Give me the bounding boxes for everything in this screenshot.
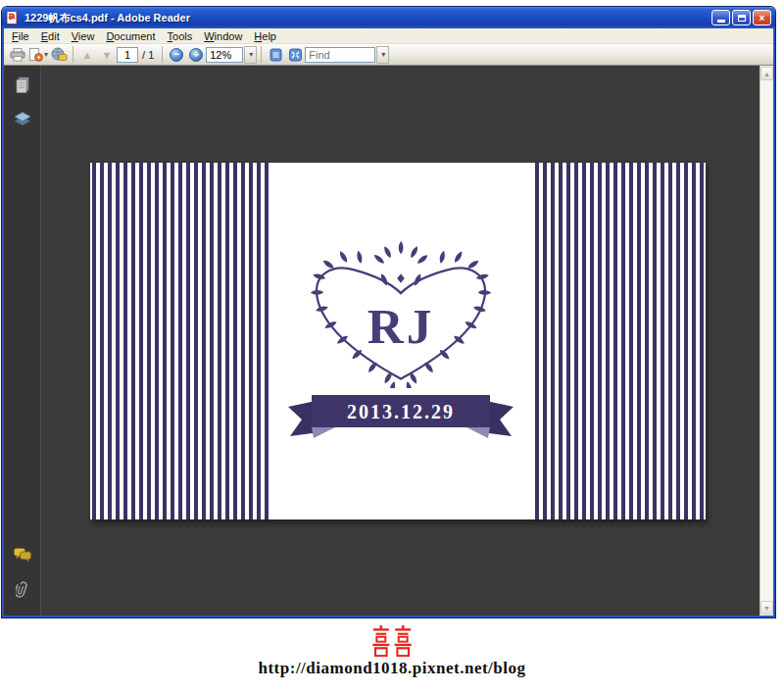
next-page-button[interactable]: ▼ [97,45,117,65]
page-center: RJ 2013.12.29 [269,163,533,519]
minimize-button[interactable] [711,10,730,25]
pages-icon [15,76,30,94]
find-dropdown-button[interactable]: ▾ [376,46,389,64]
adobe-reader-window: 1229帆布cs4.pdf - Adobe Reader × File Edit… [2,7,775,618]
page-number-input[interactable] [117,47,138,63]
footer: http://diamond1018.pixnet.net/blog [0,625,784,678]
right-stripe-band [533,163,706,519]
menu-document[interactable]: Document [100,29,161,43]
pages-panel-tab[interactable] [11,74,34,97]
window-body: File Edit View Document Tools Window Hel… [2,28,775,618]
main-content: RJ 2013.12.29 [4,66,773,616]
ribbon-right-fold [466,427,490,438]
printer-icon [10,48,25,62]
collaborate-icon [51,47,68,62]
export-dropdown-icon[interactable]: ▾ [44,50,48,59]
previous-page-button[interactable]: ▲ [77,45,97,65]
document-pane[interactable]: RJ 2013.12.29 [41,66,760,616]
scroll-mode-icon [269,48,283,62]
menu-bar: File Edit View Document Tools Window Hel… [4,28,773,44]
menu-edit[interactable]: Edit [35,29,66,43]
scroll-up-button[interactable]: ▲ [760,67,773,80]
zoom-dropdown-button[interactable]: ▾ [244,46,257,64]
scroll-mode-button[interactable] [266,45,285,65]
minimize-icon [717,20,725,23]
comments-panel-tab[interactable] [11,543,34,567]
zoom-level-input[interactable] [206,47,243,63]
toolbar-separator [162,46,163,63]
export-button[interactable]: ▾ [27,45,49,65]
menu-file[interactable]: File [6,29,35,43]
print-button[interactable] [8,45,27,65]
restore-button[interactable] [732,10,751,25]
comments-icon [14,548,31,563]
vertical-scrollbar[interactable]: ▲ ▼ [760,66,773,616]
scroll-down-button[interactable]: ▼ [760,601,773,615]
fit-page-icon [288,48,303,62]
menu-tools[interactable]: Tools [162,29,199,43]
previous-page-icon: ▲ [82,49,93,61]
scroll-up-icon: ▲ [763,71,770,77]
navigation-panel [4,66,41,616]
fit-page-button[interactable] [285,45,305,65]
find-input[interactable] [305,47,375,63]
pdf-file-icon [6,11,20,25]
zoom-out-button[interactable]: − [167,45,186,65]
scroll-down-icon: ▼ [763,605,770,612]
zoom-out-icon: − [170,48,183,62]
screenshot: 1229帆布cs4.pdf - Adobe Reader × File Edit… [0,0,784,692]
close-icon: × [760,13,765,24]
blog-url: http://diamond1018.pixnet.net/blog [0,659,784,678]
date-ribbon: 2013.12.29 [286,392,515,443]
find-dropdown-icon: ▾ [381,50,385,59]
ribbon-wrap: 2013.12.29 [286,392,515,447]
toolbar-separator [261,46,262,63]
ribbon-left-fold [312,427,335,438]
attachments-panel-tab[interactable] [11,576,34,600]
menu-help[interactable]: Help [248,29,282,43]
next-page-icon: ▼ [102,49,113,61]
collaborate-button[interactable] [49,45,69,65]
title-bar[interactable]: 1229帆布cs4.pdf - Adobe Reader × [2,7,775,28]
layers-icon [14,112,31,126]
close-button[interactable]: × [753,10,771,25]
page-count-label: / 1 [142,49,154,61]
zoom-in-button[interactable]: + [186,45,206,65]
restore-icon [738,15,746,22]
pdf-page: RJ 2013.12.29 [90,163,706,519]
double-happiness-glyph [372,625,412,657]
zoom-in-icon: + [189,48,203,62]
toolbar-separator [73,46,74,63]
wedding-date-text: 2013.12.29 [347,401,455,422]
menu-window[interactable]: Window [198,29,248,43]
wreath-diamond [397,273,405,283]
menu-view[interactable]: View [66,29,101,43]
heart-wreath-monogram: RJ [297,239,505,388]
monogram-text: RJ [368,298,434,354]
export-icon [28,48,43,62]
window-title: 1229帆布cs4.pdf - Adobe Reader [24,11,710,25]
zoom-dropdown-icon: ▾ [249,50,253,59]
toolbar: ▾ ▲ ▼ / 1 [4,44,773,66]
paperclip-icon [16,579,29,598]
left-stripe-band [90,163,269,519]
layers-panel-tab[interactable] [11,107,34,130]
